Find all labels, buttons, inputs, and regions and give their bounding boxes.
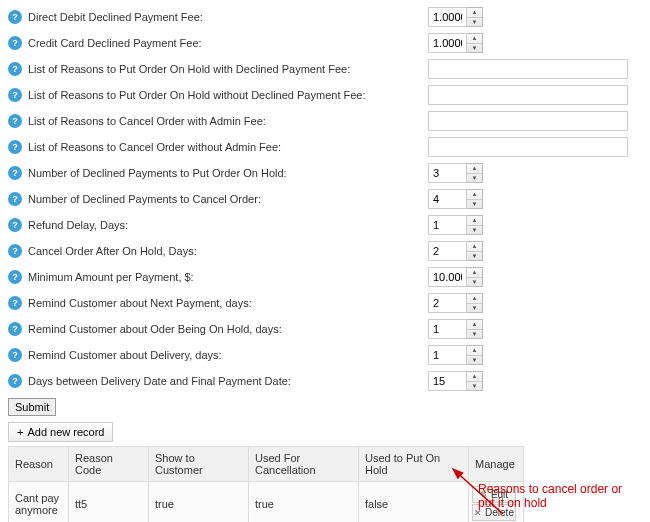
- header-reason[interactable]: Reason: [9, 447, 69, 482]
- cell-code: tt5: [69, 482, 149, 523]
- header-hold[interactable]: Used to Put On Hold: [359, 447, 469, 482]
- spinner-up-icon[interactable]: ▲: [467, 294, 482, 304]
- label-days-delivery-final: Days between Delivery Date and Final Pay…: [28, 375, 428, 387]
- spinner-down-icon[interactable]: ▼: [467, 18, 482, 27]
- spinner[interactable]: ▲▼: [467, 319, 483, 339]
- spinner-up-icon[interactable]: ▲: [467, 190, 482, 200]
- help-icon[interactable]: ?: [8, 348, 22, 362]
- help-icon[interactable]: ?: [8, 244, 22, 258]
- header-manage: Manage: [469, 447, 524, 482]
- input-cancel-after-hold[interactable]: [428, 241, 467, 261]
- spinner-down-icon[interactable]: ▼: [467, 200, 482, 209]
- input-reasons-cancel-without-fee[interactable]: [428, 137, 628, 157]
- label-remind-next-payment: Remind Customer about Next Payment, days…: [28, 297, 428, 309]
- header-cancel[interactable]: Used For Cancellation: [249, 447, 359, 482]
- cell-cancel: true: [249, 482, 359, 523]
- spinner-up-icon[interactable]: ▲: [467, 242, 482, 252]
- table-header-row: Reason Reason Code Show to Customer Used…: [9, 447, 524, 482]
- spinner-down-icon[interactable]: ▼: [467, 278, 482, 287]
- header-code[interactable]: Reason Code: [69, 447, 149, 482]
- label-cancel-after-hold: Cancel Order After On Hold, Days:: [28, 245, 428, 257]
- input-refund-delay[interactable]: [428, 215, 467, 235]
- spinner-down-icon[interactable]: ▼: [467, 252, 482, 261]
- add-record-button[interactable]: +Add new record: [8, 422, 113, 442]
- cell-reason: Cant pay anymore: [9, 482, 69, 523]
- help-icon[interactable]: ?: [8, 192, 22, 206]
- spinner-down-icon[interactable]: ▼: [467, 226, 482, 235]
- spinner-down-icon[interactable]: ▼: [467, 44, 482, 53]
- spinner[interactable]: ▲▼: [467, 33, 483, 53]
- spinner-down-icon[interactable]: ▼: [467, 174, 482, 183]
- label-num-declined-hold: Number of Declined Payments to Put Order…: [28, 167, 428, 179]
- input-days-delivery-final[interactable]: [428, 371, 467, 391]
- spinner[interactable]: ▲▼: [467, 371, 483, 391]
- input-remind-on-hold[interactable]: [428, 319, 467, 339]
- spinner-up-icon[interactable]: ▲: [467, 164, 482, 174]
- help-icon[interactable]: ?: [8, 62, 22, 76]
- spinner[interactable]: ▲▼: [467, 7, 483, 27]
- spinner-up-icon[interactable]: ▲: [467, 34, 482, 44]
- label-reasons-cancel-without-fee: List of Reasons to Cancel Order without …: [28, 141, 428, 153]
- spinner-down-icon[interactable]: ▼: [467, 304, 482, 313]
- help-icon[interactable]: ?: [8, 218, 22, 232]
- help-icon[interactable]: ?: [8, 10, 22, 24]
- plus-icon: +: [17, 426, 23, 438]
- spinner[interactable]: ▲▼: [467, 189, 483, 209]
- spinner-up-icon[interactable]: ▲: [467, 346, 482, 356]
- spinner-up-icon[interactable]: ▲: [467, 8, 482, 18]
- spinner-down-icon[interactable]: ▼: [467, 330, 482, 339]
- label-refund-delay: Refund Delay, Days:: [28, 219, 428, 231]
- annotation-text: Reasons to cancel order or put it on hol…: [478, 482, 628, 510]
- input-remind-delivery[interactable]: [428, 345, 467, 365]
- help-icon[interactable]: ?: [8, 166, 22, 180]
- label-reasons-hold-with-fee: List of Reasons to Put Order On Hold wit…: [28, 63, 428, 75]
- help-icon[interactable]: ?: [8, 322, 22, 336]
- cell-show: true: [149, 482, 249, 523]
- spinner-down-icon[interactable]: ▼: [467, 356, 482, 365]
- spinner[interactable]: ▲▼: [467, 241, 483, 261]
- spinner-up-icon[interactable]: ▲: [467, 372, 482, 382]
- label-credit-card-fee: Credit Card Declined Payment Fee:: [28, 37, 428, 49]
- input-num-declined-hold[interactable]: [428, 163, 467, 183]
- help-icon[interactable]: ?: [8, 140, 22, 154]
- label-remind-on-hold: Remind Customer about Oder Being On Hold…: [28, 323, 428, 335]
- spinner[interactable]: ▲▼: [467, 215, 483, 235]
- input-reasons-hold-without-fee[interactable]: [428, 85, 628, 105]
- spinner[interactable]: ▲▼: [467, 345, 483, 365]
- label-reasons-cancel-with-fee: List of Reasons to Cancel Order with Adm…: [28, 115, 428, 127]
- help-icon[interactable]: ?: [8, 374, 22, 388]
- help-icon[interactable]: ?: [8, 88, 22, 102]
- spinner-up-icon[interactable]: ▲: [467, 320, 482, 330]
- table-row: Cant pay anymore tt5 true true false ✎Ed…: [9, 482, 524, 523]
- input-reasons-hold-with-fee[interactable]: [428, 59, 628, 79]
- cell-hold: false: [359, 482, 469, 523]
- label-remind-delivery: Remind Customer about Delivery, days:: [28, 349, 428, 361]
- label-min-amount: Minimum Amount per Payment, $:: [28, 271, 428, 283]
- help-icon[interactable]: ?: [8, 296, 22, 310]
- input-credit-card-fee[interactable]: [428, 33, 467, 53]
- label-direct-debit-fee: Direct Debit Declined Payment Fee:: [28, 11, 428, 23]
- spinner-down-icon[interactable]: ▼: [467, 382, 482, 391]
- spinner-up-icon[interactable]: ▲: [467, 268, 482, 278]
- spinner[interactable]: ▲▼: [467, 293, 483, 313]
- input-reasons-cancel-with-fee[interactable]: [428, 111, 628, 131]
- reasons-table: Reason Reason Code Show to Customer Used…: [8, 446, 524, 522]
- spinner[interactable]: ▲▼: [467, 163, 483, 183]
- add-record-label: Add new record: [27, 426, 104, 438]
- submit-button[interactable]: Submit: [8, 398, 56, 416]
- help-icon[interactable]: ?: [8, 36, 22, 50]
- help-icon[interactable]: ?: [8, 270, 22, 284]
- input-num-declined-cancel[interactable]: [428, 189, 467, 209]
- label-reasons-hold-without-fee: List of Reasons to Put Order On Hold wit…: [28, 89, 428, 101]
- help-icon[interactable]: ?: [8, 114, 22, 128]
- input-direct-debit-fee[interactable]: [428, 7, 467, 27]
- spinner[interactable]: ▲▼: [467, 267, 483, 287]
- input-remind-next-payment[interactable]: [428, 293, 467, 313]
- label-num-declined-cancel: Number of Declined Payments to Cancel Or…: [28, 193, 428, 205]
- spinner-up-icon[interactable]: ▲: [467, 216, 482, 226]
- input-min-amount[interactable]: [428, 267, 467, 287]
- header-show[interactable]: Show to Customer: [149, 447, 249, 482]
